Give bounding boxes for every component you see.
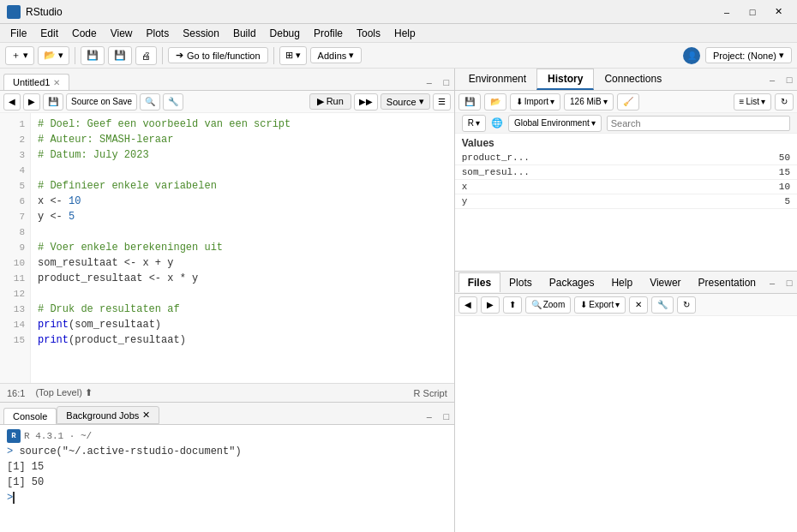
files-up-button[interactable]: ⬆	[503, 296, 522, 314]
menu-code[interactable]: Code	[65, 26, 104, 41]
close-button[interactable]: ✕	[766, 3, 790, 21]
files-maximize-button[interactable]: □	[782, 275, 797, 290]
env-clear-button[interactable]: 🧹	[617, 93, 639, 111]
r-label: R	[468, 118, 474, 128]
files-back-button[interactable]: ◀	[458, 296, 477, 314]
menu-session[interactable]: Session	[176, 26, 226, 41]
env-row-y[interactable]: y 5	[455, 194, 797, 209]
env-row-x[interactable]: x 10	[455, 180, 797, 194]
menu-edit[interactable]: Edit	[33, 26, 65, 41]
env-panel-controls: – □	[764, 72, 797, 87]
menubar: File Edit Code View Plots Session Build …	[0, 24, 797, 43]
tab-close-icon[interactable]: ✕	[53, 78, 60, 87]
menu-view[interactable]: View	[104, 26, 140, 41]
source-button[interactable]: Source ▾	[381, 93, 430, 110]
run-next-button[interactable]: ▶▶	[354, 93, 378, 111]
code-content[interactable]: # Doel: Geef een voorbeeld van een scrip…	[31, 113, 454, 383]
console-prompt-line[interactable]: >	[7, 490, 447, 505]
source-dropdown-icon: ▾	[419, 96, 424, 107]
line-numbers: 123456789101112131415	[0, 113, 31, 383]
tab-environment[interactable]: Environment	[458, 69, 536, 90]
open-file-button[interactable]: 📂 ▾	[38, 46, 69, 65]
menu-tools[interactable]: Tools	[350, 26, 387, 41]
menu-build[interactable]: Build	[226, 26, 263, 41]
files-refresh-button[interactable]: ↻	[677, 296, 696, 314]
global-env-button[interactable]: Global Environment ▾	[508, 115, 602, 132]
env-minimize-button[interactable]: –	[764, 72, 780, 87]
editor-save-ed-button[interactable]: 💾	[43, 93, 63, 111]
tab-plots[interactable]: Plots	[500, 273, 541, 292]
env-save-button[interactable]: 💾	[458, 93, 481, 111]
import-button[interactable]: ⬇ Import ▾	[510, 93, 560, 111]
files-toolbar: ◀ ▶ ⬆ 🔍 Zoom ⬇ Export ▾ ✕ 🔧 ↻	[455, 294, 797, 316]
print-button[interactable]: 🖨	[135, 46, 157, 65]
console-maximize-button[interactable]: □	[439, 409, 454, 424]
new-file-button[interactable]: ＋ ▾	[5, 46, 34, 65]
editor-forward-button[interactable]: ▶	[23, 93, 40, 111]
addins-button[interactable]: Addins ▾	[310, 47, 363, 63]
tab-connections[interactable]: Connections	[594, 69, 672, 90]
import-dropdown-icon: ▾	[550, 97, 554, 106]
tab-console[interactable]: Console	[3, 408, 57, 424]
tab-files[interactable]: Files	[458, 272, 500, 292]
editor-back-button[interactable]: ◀	[3, 93, 21, 111]
memory-dropdown-icon: ▾	[603, 97, 608, 106]
addins-label: Addins	[318, 51, 347, 61]
menu-profile[interactable]: Profile	[307, 26, 350, 41]
files-minimize-button[interactable]: –	[764, 275, 780, 290]
grid-dropdown-icon: ▾	[296, 50, 301, 61]
editor-tabs: Untitled1 ✕ – □	[0, 69, 454, 91]
env-refresh-button[interactable]: ↻	[775, 93, 794, 111]
export-icon: ⬇	[580, 300, 587, 309]
console-content[interactable]: R R 4.3.1 · ~/ > source("~/.active-rstud…	[0, 425, 454, 532]
project-button[interactable]: Project: (None) ▾	[705, 47, 792, 63]
r-version-text: R 4.3.1 · ~/	[24, 428, 92, 444]
code-editor[interactable]: 123456789101112131415 # Doel: Geef een v…	[0, 113, 454, 383]
titlebar: RStudio – □ ✕	[0, 0, 797, 24]
save-all-button[interactable]: 💾	[108, 46, 132, 65]
editor-minimize-button[interactable]: –	[422, 75, 437, 90]
run-button[interactable]: ▶ Run	[309, 93, 351, 110]
minimize-button[interactable]: –	[715, 3, 739, 21]
env-load-button[interactable]: 📂	[484, 93, 506, 111]
files-content	[455, 316, 797, 532]
files-delete-button[interactable]: ✕	[629, 296, 648, 314]
env-name-som: som_resul...	[462, 167, 779, 177]
maximize-button[interactable]: □	[740, 3, 764, 21]
r-dropdown-button[interactable]: R ▾	[462, 115, 486, 132]
r-icon: R	[7, 429, 21, 443]
tab-history[interactable]: History	[536, 69, 594, 90]
grid-button[interactable]: ⊞ ▾	[279, 46, 307, 65]
source-on-save-button[interactable]: Source on Save	[66, 93, 137, 111]
env-row-product[interactable]: product_r... 50	[455, 151, 797, 165]
files-forward-button[interactable]: ▶	[481, 296, 500, 314]
env-maximize-button[interactable]: □	[782, 72, 797, 87]
menu-debug[interactable]: Debug	[263, 26, 307, 41]
editor-tools-button[interactable]: 🔧	[163, 93, 183, 111]
memory-button[interactable]: 126 MiB ▾	[564, 93, 614, 111]
tab-background-jobs[interactable]: Background Jobs ✕	[57, 406, 159, 424]
tab-presentation[interactable]: Presentation	[690, 273, 764, 292]
zoom-button[interactable]: 🔍 Zoom	[525, 296, 572, 314]
forward-icon: ➔	[176, 50, 183, 61]
env-row-som[interactable]: som_resul... 15	[455, 165, 797, 180]
editor-options-button[interactable]: ☰	[433, 93, 451, 111]
menu-plots[interactable]: Plots	[140, 26, 177, 41]
main-toolbar: ＋ ▾ 📂 ▾ 💾 💾 🖨 ➔ Go to file/function ⊞ ▾ …	[0, 43, 797, 69]
go-to-file-button[interactable]: ➔ Go to file/function	[168, 47, 268, 63]
list-view-button[interactable]: ≡ List ▾	[734, 93, 771, 111]
tab-packages[interactable]: Packages	[541, 273, 603, 292]
menu-file[interactable]: File	[3, 26, 33, 41]
editor-tab-untitled1[interactable]: Untitled1 ✕	[3, 74, 69, 90]
bg-jobs-close-icon[interactable]: ✕	[142, 409, 150, 421]
env-search-input[interactable]	[607, 116, 790, 131]
save-button[interactable]: 💾	[81, 46, 105, 65]
tab-help[interactable]: Help	[602, 273, 641, 292]
tab-viewer[interactable]: Viewer	[641, 273, 689, 292]
export-button[interactable]: ⬇ Export ▾	[574, 296, 626, 314]
console-minimize-button[interactable]: –	[422, 409, 437, 424]
files-tools-button[interactable]: 🔧	[651, 296, 674, 314]
editor-search-button[interactable]: 🔍	[140, 93, 160, 111]
menu-help[interactable]: Help	[387, 26, 422, 41]
editor-maximize-button[interactable]: □	[439, 75, 454, 90]
